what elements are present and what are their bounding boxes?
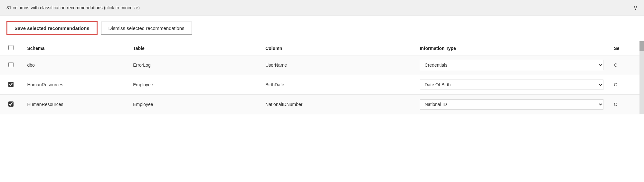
- row-checkbox-cell: [0, 55, 22, 75]
- row-table: Employee: [128, 95, 260, 114]
- header-text: 31 columns with classification recommend…: [6, 5, 140, 10]
- table-row: HumanResourcesEmployeeBirthDateCredentia…: [0, 75, 644, 95]
- row-information-type-cell: CredentialsDate Of BirthNational IDFinan…: [415, 95, 609, 114]
- information-type-select[interactable]: CredentialsDate Of BirthNational IDFinan…: [420, 99, 604, 110]
- information-type-select[interactable]: CredentialsDate Of BirthNational IDFinan…: [420, 80, 604, 90]
- select-all-checkbox[interactable]: [8, 45, 14, 50]
- header-information-type: Information Type: [415, 41, 609, 55]
- row-checkbox[interactable]: [8, 101, 14, 107]
- dismiss-recommendations-button[interactable]: Dismiss selected recommendations: [101, 22, 192, 35]
- header-bar: 31 columns with classification recommend…: [0, 0, 644, 15]
- row-column: BirthDate: [260, 75, 414, 95]
- toolbar: Save selected recommendations Dismiss se…: [0, 15, 644, 41]
- row-checkbox-cell: [0, 75, 22, 95]
- row-sensitivity: C: [609, 95, 644, 114]
- table-row: dboErrorLogUserNameCredentialsDate Of Bi…: [0, 55, 644, 75]
- row-schema: dbo: [22, 55, 128, 75]
- row-information-type-cell: CredentialsDate Of BirthNational IDFinan…: [415, 55, 609, 75]
- row-checkbox[interactable]: [8, 62, 14, 67]
- row-schema: HumanResources: [22, 75, 128, 95]
- scrollbar-thumb[interactable]: [639, 41, 644, 51]
- recommendations-table: Schema Table Column Information Type Se …: [0, 41, 644, 114]
- row-sensitivity: C: [609, 75, 644, 95]
- header-table: Table: [128, 41, 260, 55]
- row-table: Employee: [128, 75, 260, 95]
- row-column: UserName: [260, 55, 414, 75]
- row-table: ErrorLog: [128, 55, 260, 75]
- information-type-select[interactable]: CredentialsDate Of BirthNational IDFinan…: [420, 60, 604, 70]
- row-schema: HumanResources: [22, 95, 128, 114]
- header-column: Column: [260, 41, 414, 55]
- row-checkbox[interactable]: [8, 82, 14, 87]
- save-recommendations-button[interactable]: Save selected recommendations: [6, 21, 98, 35]
- row-checkbox-cell: [0, 95, 22, 114]
- table-header-row: Schema Table Column Information Type Se: [0, 41, 644, 55]
- row-column: NationalIDNumber: [260, 95, 414, 114]
- vertical-scrollbar[interactable]: [639, 41, 644, 114]
- row-sensitivity: C: [609, 55, 644, 75]
- table-row: HumanResourcesEmployeeNationalIDNumberCr…: [0, 95, 644, 114]
- recommendations-table-container: Schema Table Column Information Type Se …: [0, 41, 644, 114]
- collapse-icon[interactable]: ∨: [633, 4, 638, 11]
- header-schema: Schema: [22, 41, 128, 55]
- header-sensitivity: Se: [609, 41, 644, 55]
- header-checkbox-cell: [0, 41, 22, 55]
- row-information-type-cell: CredentialsDate Of BirthNational IDFinan…: [415, 75, 609, 95]
